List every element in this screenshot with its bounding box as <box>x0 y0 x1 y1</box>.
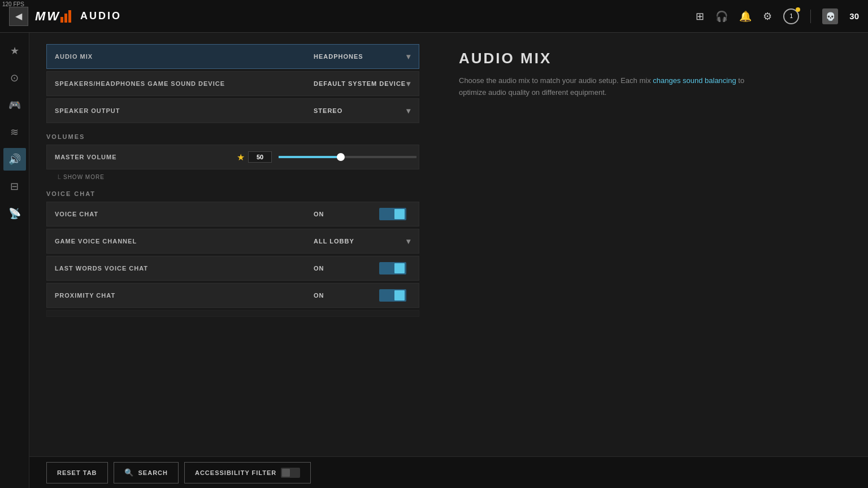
grid-icon[interactable]: ⊞ <box>696 10 704 23</box>
game-voice-channel-row[interactable]: GAME VOICE CHANNEL ALL LOBBY ▾ <box>46 229 419 254</box>
sidebar-item-controller[interactable]: ⊙ <box>3 67 26 89</box>
last-words-value-container: ON <box>306 262 419 274</box>
audio-mix-row[interactable]: AUDIO MIX HEADPHONES ▾ <box>46 44 419 69</box>
player-level: 30 <box>849 11 859 21</box>
sidebar-item-audio[interactable]: 🔊 <box>3 148 26 171</box>
audio-mix-value: HEADPHONES <box>314 53 363 60</box>
sidebar-item-favorites[interactable]: ★ <box>3 40 26 62</box>
accessibility-filter-label: ACCESSIBILITY FILTER <box>195 469 276 476</box>
last-words-row[interactable]: LAST WORDS VOICE CHAT ON <box>46 256 419 281</box>
voice-chat-toggle[interactable] <box>379 208 406 220</box>
fps-counter: 120 FPS <box>2 1 24 7</box>
sidebar-item-broadcast[interactable]: 📡 <box>3 202 26 225</box>
logo-bar-3 <box>68 10 71 23</box>
search-button[interactable]: 🔍 SEARCH <box>114 462 179 483</box>
scroll-indicator-row <box>46 310 419 317</box>
master-volume-row[interactable]: MASTER VOLUME ★ 50 <box>46 145 419 169</box>
proximity-chat-label: PROXIMITY CHAT <box>47 292 306 299</box>
slider-fill <box>279 156 341 158</box>
game-voice-channel-label: GAME VOICE CHANNEL <box>47 238 306 245</box>
proximity-chat-value: ON <box>314 292 324 299</box>
speakers-row[interactable]: SPEAKERS/HEADPHONES GAME SOUND DEVICE DE… <box>46 71 419 96</box>
rank-number: 1 <box>790 13 793 19</box>
speaker-output-row[interactable]: SPEAKER OUTPUT STEREO ▾ <box>46 98 419 123</box>
logo-box: M W <box>35 9 71 24</box>
sidebar: ★ ⊙ 🎮 ≋ 🔊 ⊟ 📡 <box>0 33 29 488</box>
speaker-output-chevron-icon: ▾ <box>406 106 411 115</box>
search-label: SEARCH <box>138 469 168 476</box>
voice-chat-value-container: ON <box>306 208 419 220</box>
settings-panel: AUDIO MIX HEADPHONES ▾ SPEAKERS/HEADPHON… <box>29 33 436 488</box>
speaker-output-value-container: STEREO ▾ <box>306 106 419 115</box>
voice-chat-toggle-knob <box>394 209 405 219</box>
last-words-label: LAST WORDS VOICE CHAT <box>47 265 306 272</box>
speaker-output-label: SPEAKER OUTPUT <box>47 107 306 114</box>
info-title: AUDIO MIX <box>459 50 845 67</box>
info-desc-before: Choose the audio mix to match your audio… <box>459 76 653 85</box>
master-volume-value: 50 <box>248 151 272 163</box>
bottom-bar: RESET TAB 🔍 SEARCH ACCESSIBILITY FILTER <box>29 456 868 488</box>
voice-chat-row[interactable]: VOICE CHAT ON <box>46 202 419 226</box>
show-more-button[interactable]: SHOW MORE <box>46 172 419 180</box>
skull-icon: 💀 <box>822 8 838 24</box>
game-voice-chevron-icon: ▾ <box>406 237 411 246</box>
divider <box>810 10 811 23</box>
top-bar-right: ⊞ 🎧 🔔 ⚙ 1 💀 30 <box>696 8 859 24</box>
back-button[interactable]: ◀ <box>9 7 28 26</box>
logo-bars <box>60 10 71 23</box>
slider-track[interactable] <box>279 156 416 158</box>
main-content: AUDIO MIX HEADPHONES ▾ SPEAKERS/HEADPHON… <box>29 33 868 488</box>
proximity-chat-row[interactable]: PROXIMITY CHAT ON <box>46 283 419 308</box>
bell-icon[interactable]: 🔔 <box>739 10 752 23</box>
game-voice-channel-value: ALL LOBBY <box>314 238 354 245</box>
logo-bar-1 <box>60 17 63 23</box>
game-logo: M W <box>35 9 71 24</box>
sidebar-item-gamepad[interactable]: 🎮 <box>3 94 26 116</box>
page-title: AUDIO <box>80 10 121 22</box>
headphones-icon[interactable]: 🎧 <box>715 10 728 23</box>
speaker-output-value: STEREO <box>314 107 342 114</box>
slider-thumb[interactable] <box>337 153 345 161</box>
accessibility-filter-button[interactable]: ACCESSIBILITY FILTER <box>184 462 311 483</box>
info-desc-link[interactable]: changes sound balancing <box>653 76 736 85</box>
voice-chat-section-header: VOICE CHAT <box>46 190 419 197</box>
voice-chat-label: VOICE CHAT <box>47 211 306 217</box>
proximity-chat-toggle-knob <box>394 290 405 300</box>
speakers-value-container: DEFAULT SYSTEM DEVICE ▾ <box>306 79 419 88</box>
proximity-chat-value-container: ON <box>306 289 419 302</box>
sidebar-item-interface[interactable]: ⊟ <box>3 175 26 198</box>
last-words-toggle-knob <box>394 263 405 273</box>
info-description: Choose the audio mix to match your audio… <box>459 75 770 99</box>
logo-m: M <box>35 9 45 24</box>
gear-icon[interactable]: ⚙ <box>763 10 772 23</box>
favorite-star-icon[interactable]: ★ <box>237 152 245 163</box>
game-voice-channel-value-container: ALL LOBBY ▾ <box>306 237 419 246</box>
master-volume-slider[interactable]: 50 <box>248 151 419 163</box>
accessibility-filter-knob <box>282 469 290 477</box>
audio-mix-label: AUDIO MIX <box>47 53 306 60</box>
volumes-section-header: VOLUMES <box>46 133 419 140</box>
master-volume-label: MASTER VOLUME <box>47 154 233 160</box>
top-bar: 120 FPS ◀ M W AUDIO ⊞ 🎧 🔔 ⚙ 1 💀 30 <box>0 0 868 33</box>
logo-w: W <box>47 9 59 24</box>
audio-mix-chevron-icon: ▾ <box>406 52 411 61</box>
accessibility-filter-toggle[interactable] <box>281 468 300 478</box>
audio-mix-value-container: HEADPHONES ▾ <box>306 52 419 61</box>
speakers-label: SPEAKERS/HEADPHONES GAME SOUND DEVICE <box>47 80 306 87</box>
voice-chat-value: ON <box>314 211 324 217</box>
last-words-toggle[interactable] <box>379 262 406 274</box>
speakers-value: DEFAULT SYSTEM DEVICE <box>314 80 406 87</box>
reset-tab-button[interactable]: RESET TAB <box>46 462 108 483</box>
logo-bar-2 <box>64 14 67 23</box>
rank-badge: 1 <box>783 8 799 24</box>
speakers-chevron-icon: ▾ <box>406 79 411 88</box>
search-icon: 🔍 <box>124 468 134 477</box>
info-panel: AUDIO MIX Choose the audio mix to match … <box>436 33 868 488</box>
sidebar-item-accessibility[interactable]: ≋ <box>3 121 26 143</box>
last-words-value: ON <box>314 265 324 272</box>
proximity-chat-toggle[interactable] <box>379 289 406 302</box>
